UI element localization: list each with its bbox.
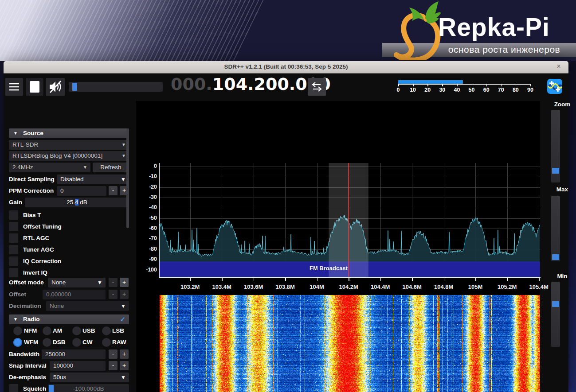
checkbox-invert-iq[interactable]: [9, 268, 18, 277]
ppm-input[interactable]: 0: [57, 186, 106, 196]
snr-tick-label: 80: [509, 87, 522, 93]
device-dropdown[interactable]: RTLSDRBlog Blog V4 [00000001] ▼: [9, 151, 129, 161]
snr-tick-label: 60: [480, 87, 493, 93]
source-panel-header[interactable]: ▼ Source: [9, 128, 129, 138]
radio-panel-title: Radio: [23, 316, 40, 322]
decimation-value: None: [50, 303, 64, 309]
checkbox-tuner-agc[interactable]: [9, 245, 18, 254]
fft-y-tick-label: -80: [138, 246, 157, 252]
gain-slider[interactable]: 25.4 dB: [25, 198, 129, 207]
deemphasis-dropdown[interactable]: 50us ▼: [50, 373, 129, 382]
fft-x-axis-line: [159, 277, 541, 278]
decimation-dropdown[interactable]: None ▼: [46, 301, 129, 311]
checkbox-offset-tuning[interactable]: [9, 222, 18, 231]
samplerate-dropdown[interactable]: 2.4MHz ▼: [9, 163, 90, 172]
snr-tick-mark: [413, 84, 414, 86]
fft-x-tick-label: 104M: [303, 283, 331, 290]
direct-sampling-value: Disabled: [60, 176, 84, 182]
fft-plot[interactable]: [160, 163, 540, 277]
desktop-edge-left: [0, 61, 4, 392]
collapse-arrow-icon: ▼: [13, 317, 18, 322]
slider-label-zoom: Zoom: [548, 101, 576, 108]
checkbox-label: Invert IQ: [23, 269, 47, 276]
offset-mode-dropdown[interactable]: None ▼: [48, 278, 106, 287]
slider-max[interactable]: [551, 196, 560, 261]
fft-x-tick-mark: [254, 278, 255, 281]
deemphasis-label: De-emphasis: [9, 374, 46, 380]
snr-meter: 0102030405060708090: [398, 61, 536, 95]
fft-x-tick-label: 105.4M: [525, 283, 553, 290]
fft-x-tick-label: 103.2M: [176, 283, 204, 290]
snr-tick-label: 30: [435, 87, 449, 93]
module-enabled-check-icon[interactable]: ✓: [120, 315, 125, 323]
snr-tick-label: 10: [406, 87, 419, 93]
sidebar-scrollbar[interactable]: [126, 128, 129, 228]
snap-interval-input[interactable]: 100000: [50, 361, 106, 371]
fft-x-tick-mark: [317, 278, 318, 281]
fft-x-tick-mark: [380, 278, 381, 281]
offset-decrement-button[interactable]: -: [109, 290, 118, 299]
swap-arrows-icon: [308, 78, 326, 96]
offset-increment-button[interactable]: +: [120, 290, 129, 299]
checkbox-bias-t[interactable]: [9, 210, 18, 220]
mode-label-dsb: DSB: [53, 339, 66, 345]
mode-radio-nfm[interactable]: [13, 326, 22, 335]
snr-tick-mark: [457, 84, 458, 86]
checkbox-label: Offset Tuning: [23, 223, 62, 230]
checkbox-label: Bias T: [23, 212, 41, 218]
mode-label-am: AM: [53, 327, 62, 334]
mode-radio-am[interactable]: [43, 326, 51, 335]
checkbox-iq-correction[interactable]: [9, 256, 18, 266]
ppm-decrement-button[interactable]: -: [109, 186, 118, 195]
slider-min[interactable]: [551, 282, 560, 347]
fft-x-tick-mark: [475, 278, 476, 281]
mode-radio-lsb[interactable]: [102, 326, 111, 335]
frequency-display[interactable]: 000.104.200.000: [171, 74, 331, 94]
mode-radio-raw[interactable]: [102, 338, 111, 347]
offset-input[interactable]: 0.000000: [43, 290, 106, 299]
checkbox-label: IQ Correction: [23, 258, 61, 264]
source-type-dropdown[interactable]: RTL-SDR ▼: [9, 140, 129, 150]
bandwidth-input[interactable]: 250000: [42, 349, 106, 359]
fft-x-tick-mark: [349, 278, 349, 281]
source-type-value: RTL-SDR: [12, 141, 38, 148]
radio-panel-header[interactable]: ▼ Radio ✓: [9, 314, 129, 324]
dropdown-arrow-icon: ▼: [121, 176, 126, 182]
slider-handle-min[interactable]: [552, 301, 559, 307]
slider-handle-zoom[interactable]: [552, 168, 559, 174]
mode-radio-usb[interactable]: [72, 326, 81, 335]
close-icon[interactable]: ×: [554, 62, 563, 71]
fft-x-tick-label: 104.2M: [334, 283, 363, 290]
refresh-button[interactable]: Refresh: [93, 163, 129, 172]
device-value: RTLSDRBlog Blog V4 [00000001]: [12, 152, 102, 159]
offset-mode-increment-button[interactable]: +: [120, 278, 129, 287]
squelch-checkbox[interactable]: [9, 384, 18, 392]
bandwidth-decrement-button[interactable]: -: [109, 349, 118, 359]
dropdown-arrow-icon: ▼: [121, 153, 126, 158]
bandwidth-increment-button[interactable]: +: [120, 349, 129, 359]
squelch-slider[interactable]: -100.000dB: [48, 384, 129, 392]
slider-handle-max[interactable]: [552, 254, 559, 260]
snr-tick-label: 20: [421, 87, 434, 93]
direct-sampling-dropdown[interactable]: Disabled ▼: [57, 175, 129, 184]
fft-y-tick-label: -60: [138, 225, 157, 231]
waterfall-display[interactable]: [160, 295, 540, 392]
samplerate-value: 2.4MHz: [12, 164, 33, 171]
snr-meter-bar: [398, 80, 463, 84]
mode-radio-cw[interactable]: [72, 338, 81, 347]
dropdown-arrow-icon: ▼: [83, 165, 87, 170]
slider-zoom[interactable]: [551, 110, 560, 182]
snap-increment-button[interactable]: +: [120, 361, 129, 370]
mode-label-cw: CW: [82, 339, 93, 345]
gain-value-pre: 25.: [67, 199, 75, 206]
decimation-label: Decimation: [9, 303, 41, 309]
mode-radio-dsb[interactable]: [43, 338, 51, 347]
snr-tick-label: 40: [450, 87, 463, 93]
offset-mode-decrement-button[interactable]: -: [109, 278, 118, 287]
snap-decrement-button[interactable]: -: [109, 361, 118, 370]
bandwidth-value: 250000: [45, 351, 65, 357]
checkbox-rtl-agc[interactable]: [9, 233, 18, 243]
brand-name: Repka-Pi: [438, 12, 550, 42]
mode-radio-wfm[interactable]: [13, 338, 22, 347]
retune-button[interactable]: [308, 78, 326, 96]
